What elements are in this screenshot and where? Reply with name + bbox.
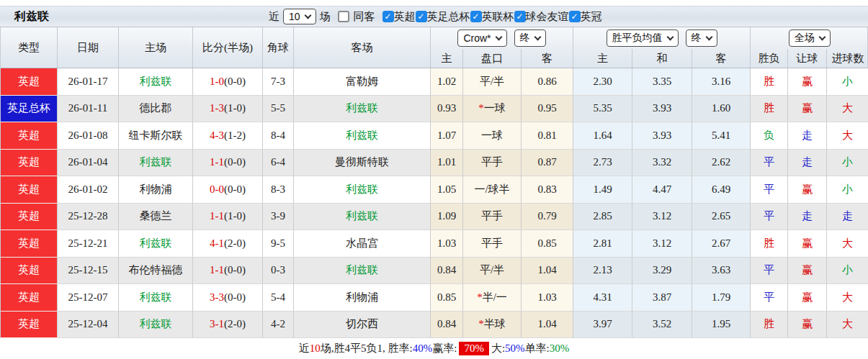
result-spread: 赢 (788, 68, 827, 96)
avg-draw: 3.32 (632, 150, 692, 177)
checkbox-checked[interactable]: ✓ (382, 11, 394, 22)
result-spread: 赢 (788, 284, 827, 312)
col-header-odds-home: 主 (431, 49, 463, 68)
checkbox-checked[interactable]: ✓ (514, 11, 526, 22)
score-fulltime: 0-0 (210, 183, 224, 196)
result-spread: 赢 (788, 258, 827, 285)
score-half: (0-0) (224, 264, 246, 276)
footer-segment: 70% (459, 342, 489, 355)
col-header-date: 日期 (58, 27, 119, 68)
score-fulltime: 1-0 (210, 76, 224, 88)
chevron-down-icon (304, 12, 311, 19)
period-select[interactable]: 全场 (789, 29, 831, 47)
league-badge: 英超 (1, 204, 58, 231)
col-header-spread: 让球 (788, 49, 827, 68)
odds-away: 1.04 (522, 258, 573, 285)
corner-score: 4-2 (263, 312, 294, 339)
col-header-avg-away: 客 (692, 49, 751, 68)
odds-away: 1.04 (522, 312, 573, 339)
result-outcome: 胜 (751, 96, 788, 123)
score-halftime: 1-1(1-0) (193, 204, 263, 231)
checkbox-label: 英超 (394, 10, 416, 24)
home-team: 德比郡 (119, 96, 193, 123)
result-goals: 小 (827, 150, 868, 177)
handicap-name: 一球 (484, 101, 506, 115)
avg-draw: 3.52 (632, 312, 692, 339)
select-value: Crow* (463, 32, 491, 44)
odds-away: 1.03 (522, 284, 573, 312)
odds-home: 1.03 (431, 230, 463, 258)
chevron-down-icon (666, 33, 674, 40)
avg-home: 4.31 (573, 284, 632, 312)
odds-home: 0.85 (431, 284, 463, 312)
score-halftime: 3-1(2-0) (193, 312, 263, 339)
avg-select-group: 胜平负均值 终 (573, 27, 751, 49)
odds-home: 1.05 (431, 176, 463, 204)
checkbox-checked[interactable]: ✓ (569, 11, 581, 22)
score-half: (0-0) (224, 291, 246, 304)
odds-away: 0.86 (522, 68, 573, 96)
result-goals: 小 (827, 258, 868, 285)
result-spread: 走 (788, 204, 827, 231)
home-team: 利物浦 (119, 176, 193, 204)
handicap: 平手 (463, 150, 522, 177)
avg-draw: 3.93 (632, 122, 692, 150)
avg-home: 3.97 (573, 312, 632, 339)
odds-home: 1.09 (431, 204, 463, 231)
result-goals: 大 (827, 312, 868, 339)
avg-type-select[interactable]: 胜平负均值 (607, 29, 679, 47)
checkbox-label: 英冠 (581, 10, 602, 24)
chevron-down-icon (705, 33, 712, 40)
avg-home: 2.30 (573, 68, 632, 96)
home-team: 利兹联 (119, 150, 193, 177)
col-header-corner: 角球 (263, 27, 294, 68)
odds-home: 1.07 (431, 122, 463, 150)
col-header-home: 主场 (119, 27, 193, 68)
odds-away: 0.79 (522, 204, 573, 231)
matches-label: 场 (320, 10, 331, 24)
avg-away: 2.65 (692, 204, 751, 231)
handicap: *半球 (463, 312, 522, 339)
result-goals: 大 (827, 96, 868, 123)
avg-time-select[interactable]: 终 (686, 29, 717, 47)
handicap-name: 一/球半 (474, 183, 509, 196)
result-outcome: 平 (751, 176, 788, 204)
page-title: 利兹联 (14, 9, 49, 24)
avg-away: 3.63 (692, 258, 751, 285)
handicap: 平手 (463, 204, 522, 231)
select-value: 全场 (795, 32, 815, 45)
avg-home: 5.35 (573, 96, 632, 123)
score-half: (2-0) (224, 237, 246, 250)
avg-home: 1.64 (573, 122, 632, 150)
score-half: (1-2) (224, 129, 246, 142)
away-team: 曼彻斯特联 (294, 150, 431, 177)
league-badge: 英超 (1, 68, 58, 96)
match-date: 25-12-28 (58, 204, 119, 231)
recent-count-select[interactable]: 10 (283, 9, 316, 24)
score-fulltime: 4-1 (210, 237, 224, 250)
checkbox-label: 球会友谊 (526, 10, 569, 24)
corner-score: 5-5 (263, 96, 294, 123)
checkbox-label: 英足总杯 (427, 10, 470, 24)
footer-segment: 30% (550, 342, 570, 355)
odds-time-select[interactable]: 终 (514, 29, 546, 47)
odds-company-select[interactable]: Crow* (457, 29, 506, 47)
avg-draw: 3.12 (632, 204, 692, 231)
result-outcome: 平 (751, 284, 788, 312)
avg-away: 5.41 (692, 122, 751, 150)
handicap-name: 半/一 (483, 291, 507, 304)
checkbox-unchecked[interactable] (338, 11, 349, 22)
checkbox-checked[interactable]: ✓ (470, 11, 482, 22)
result-spread: 走 (788, 122, 827, 150)
odds-home: 1.02 (431, 68, 463, 96)
avg-home: 2.73 (573, 150, 632, 177)
result-goals: 小 (827, 176, 868, 204)
odds-away: 0.95 (522, 96, 573, 123)
handicap: 平/半 (463, 258, 522, 285)
period-select-group: 全场 (751, 27, 868, 49)
league-badge: 英足总杯 (1, 96, 58, 123)
checkbox-checked[interactable]: ✓ (416, 11, 427, 22)
handicap-name: 平手 (481, 237, 503, 250)
checkbox-label: 英联杯 (482, 10, 514, 24)
away-team: 利兹联 (294, 204, 431, 231)
